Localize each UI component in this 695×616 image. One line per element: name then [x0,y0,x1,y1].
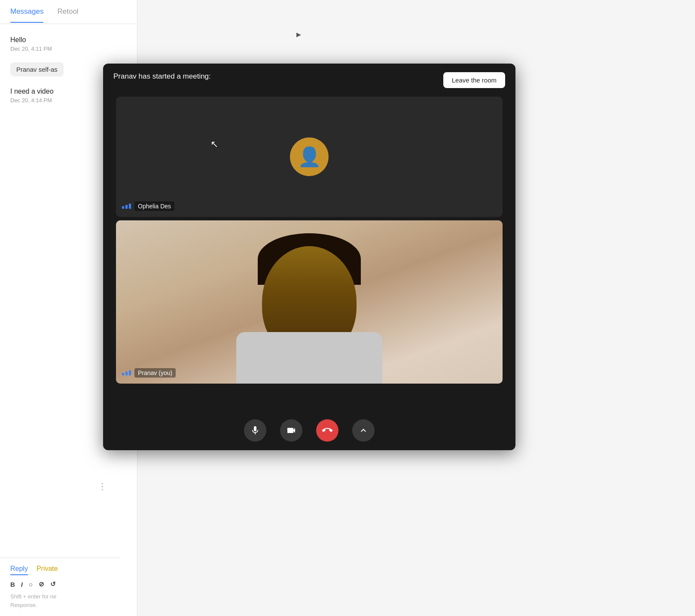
meeting-controls [244,419,375,442]
chevron-up-icon [358,425,369,436]
end-call-button[interactable] [311,415,343,446]
mouse-cursor: ↖ [210,140,218,150]
tab-retool[interactable]: Retool [57,1,78,23]
chevron-up-button[interactable] [352,419,375,442]
input-hint: Shift + enter for ne Response. [10,592,110,609]
reply-area: Reply Private B I ○ ⊘ ↺ Shift + enter fo… [0,558,120,616]
meeting-header: Pranav has started a meeting: Leave the … [103,64,515,97]
participant-label-pranav: Pranav (you) [122,368,176,378]
signal-dot-1 [122,373,124,375]
participant-avatar-ophelia: 👤 [290,137,329,176]
tab-reply[interactable]: Reply [10,565,28,575]
message-time: Dec 20, 4:11 PM [10,46,127,52]
avatar-person-icon: 👤 [298,146,321,168]
meeting-overlay: Pranav has started a meeting: Leave the … [103,64,515,450]
end-call-icon [320,423,335,438]
video-face-bg [116,220,503,384]
tab-messages[interactable]: Messages [10,1,43,23]
pranav-name-label: Pranav (you) [134,368,176,378]
three-dots-menu[interactable]: ⋮ [98,481,107,491]
video-button[interactable] [280,419,302,442]
signal-dot-3 [129,204,131,209]
signal-dot-1 [122,206,124,209]
ophelia-name-label: Ophelia Des [134,201,174,211]
strikethrough-button[interactable]: ○ [29,581,33,588]
signal-dot-2 [125,205,128,209]
video-icon [286,425,296,436]
video-panel-ophelia: 👤 ↖ Ophelia Des [116,97,503,217]
video-panels: 👤 ↖ Ophelia Des [103,97,515,392]
signal-icon [122,204,131,209]
signal-dot-3 [129,370,131,375]
signal-dot-2 [125,372,128,375]
participant-label-ophelia: Ophelia Des [122,201,174,211]
reply-tabs: Reply Private [10,565,110,575]
text-toolbar: B I ○ ⊘ ↺ [10,580,110,588]
list-item[interactable]: Hello Dec 20, 4:11 PM [0,31,137,57]
cursor-arrow-icon: ↖ [210,139,218,149]
shirt-shape [236,332,382,384]
tab-private[interactable]: Private [37,565,58,575]
tabs-bar: Messages Retool [0,0,137,24]
italic-button[interactable]: I [21,581,23,588]
message-title: Hello [10,36,127,44]
signal-icon-pranav [122,370,131,375]
mic-button[interactable] [244,419,266,442]
app-container: Messages Retool Hello Dec 20, 4:11 PM Pr… [0,0,695,616]
mic-icon [250,425,260,436]
expand-arrow-button[interactable]: ▶ [296,31,301,38]
bold-button[interactable]: B [10,581,15,588]
message-bubble: Pranav self-as [10,62,64,76]
leave-room-button[interactable]: Leave the room [443,72,505,88]
undo-button[interactable]: ↺ [50,580,56,588]
link-button[interactable]: ⊘ [39,580,44,588]
video-panel-pranav: Pranav (you) [116,220,503,384]
meeting-title: Pranav has started a meeting: [113,72,211,81]
